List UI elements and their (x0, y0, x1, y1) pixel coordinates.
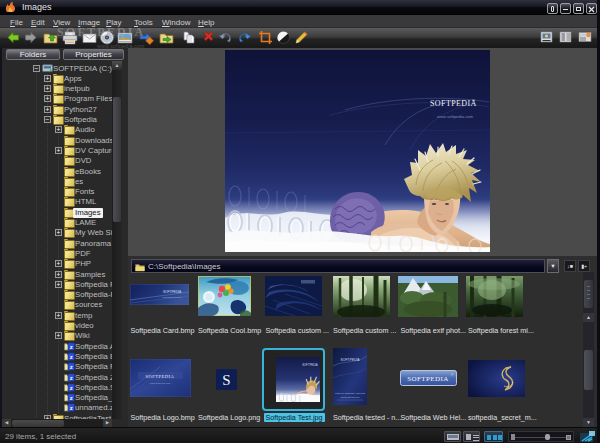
svg-text:SOFTPEDIA: SOFTPEDIA (407, 375, 448, 383)
svg-text:SOFTPEDIA: SOFTPEDIA (340, 358, 360, 362)
svg-text:™: ™ (471, 98, 475, 103)
svg-text:www.softpedia.com: www.softpedia.com (437, 114, 474, 119)
svg-text:z: z (70, 353, 73, 359)
svg-text:SOFTPEDIA: SOFTPEDIA (163, 290, 182, 294)
svg-text:Tested by Softpedia. Visit us: Tested by Softpedia. Visit us at (335, 392, 365, 394)
svg-text:z: z (70, 343, 73, 349)
svg-text:z: z (70, 384, 73, 390)
svg-text:www.softpedia.com: www.softpedia.com (163, 296, 182, 298)
svg-text:SOFTPEDIA: SOFTPEDIA (146, 374, 175, 379)
svg-text:z: z (70, 395, 73, 401)
svg-text:z: z (70, 374, 73, 380)
svg-text:www.softpedia.com: www.softpedia.com (150, 382, 171, 385)
svg-text:S: S (222, 372, 230, 388)
svg-text:z: z (70, 405, 73, 411)
svg-text:SOFTPEDIA: SOFTPEDIA (302, 363, 318, 367)
svg-text:www.softpedia.com: www.softpedia.com (341, 396, 360, 398)
svg-text:SOFTPEDIA: SOFTPEDIA (430, 99, 477, 108)
svg-text:z: z (70, 364, 73, 370)
